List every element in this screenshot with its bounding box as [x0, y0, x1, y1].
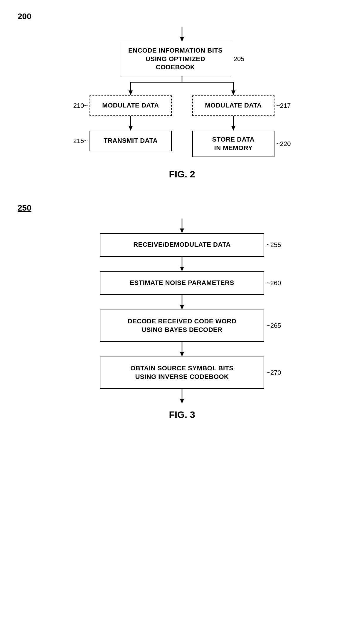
receive-wrapper: RECEIVE/DEMODULATE DATA ~255	[79, 233, 285, 257]
arrow-into-encode	[178, 27, 186, 42]
arrow-decode-to-obtain	[178, 342, 186, 357]
store-label-line2: IN MEMORY	[212, 144, 255, 152]
modulate-right-wrapper: MODULATE DATA ~217	[192, 95, 274, 116]
right-branch: MODULATE DATA ~217 STORE DATA IN MEMORY	[182, 95, 285, 157]
modulate-left-box: MODULATE DATA	[90, 95, 172, 116]
transmit-ref: 215~	[73, 137, 88, 145]
transmit-label: TRANSMIT DATA	[104, 137, 158, 145]
svg-marker-19	[180, 352, 184, 357]
svg-marker-21	[180, 399, 184, 404]
estimate-label: ESTIMATE NOISE PARAMETERS	[130, 279, 234, 287]
svg-marker-7	[231, 90, 235, 95]
decode-wrapper: DECODE RECEIVED CODE WORD USING BAYES DE…	[79, 310, 285, 342]
encode-label-line2: USING OPTIMIZED CODEBOOK	[126, 55, 225, 72]
obtain-ref: ~270	[267, 369, 281, 377]
store-box: STORE DATA IN MEMORY	[192, 131, 274, 157]
receive-label: RECEIVE/DEMODULATE DATA	[133, 241, 231, 249]
fig3-section: 250 RECEIVE/DEMODULATE DATA ~255	[18, 203, 346, 420]
arrow-estimate-to-decode	[178, 295, 186, 310]
left-branch: 210~ MODULATE DATA 215~ TRANSMIT DATA	[79, 95, 182, 151]
decode-box: DECODE RECEIVED CODE WORD USING BAYES DE…	[100, 310, 264, 342]
fig2-section: 200 ENCODE INFORMATION BITS USING OPTIMI…	[18, 12, 346, 180]
estimate-box: ESTIMATE NOISE PARAMETERS	[100, 271, 264, 295]
store-ref: ~220	[276, 140, 291, 148]
arrow-receive-to-estimate	[178, 257, 186, 271]
decode-label-line1: DECODE RECEIVED CODE WORD	[128, 317, 237, 326]
receive-box: RECEIVE/DEMODULATE DATA	[100, 233, 264, 257]
modulate-left-ref: 210~	[73, 102, 88, 110]
encode-label-line1: ENCODE INFORMATION BITS	[126, 46, 225, 55]
encode-ref: 205	[234, 55, 245, 63]
transmit-wrapper: 215~ TRANSMIT DATA	[90, 131, 172, 151]
svg-marker-5	[129, 90, 133, 95]
svg-marker-9	[129, 126, 133, 131]
modulate-right-ref: ~217	[276, 102, 291, 110]
fig2-caption: FIG. 2	[18, 169, 346, 180]
decode-label-line2: USING BAYES DECODER	[128, 326, 237, 334]
store-wrapper: STORE DATA IN MEMORY ~220	[192, 131, 274, 157]
store-label-line1: STORE DATA	[212, 135, 255, 144]
encode-box: ENCODE INFORMATION BITS USING OPTIMIZED …	[120, 42, 231, 76]
receive-ref: ~255	[267, 241, 281, 249]
encode-box-wrapper: ENCODE INFORMATION BITS USING OPTIMIZED …	[18, 42, 346, 76]
estimate-ref: ~260	[267, 279, 281, 287]
arrow-out-bottom	[178, 389, 186, 404]
main-container: 200 ENCODE INFORMATION BITS USING OPTIMI…	[0, 0, 364, 432]
split-arrows-svg	[79, 76, 285, 95]
svg-marker-17	[180, 305, 184, 310]
fig2-diagram-id: 200	[18, 12, 31, 21]
modulate-left-wrapper: 210~ MODULATE DATA	[90, 95, 172, 116]
obtain-label-line1: OBTAIN SOURCE SYMBOL BITS	[130, 364, 233, 373]
arrow-into-receive	[178, 219, 186, 233]
obtain-label-line2: USING INVERSE CODEBOOK	[130, 373, 233, 381]
svg-marker-11	[231, 126, 235, 131]
svg-marker-13	[180, 229, 184, 233]
transmit-box: TRANSMIT DATA	[90, 131, 172, 151]
fig3-diagram-id: 250	[18, 203, 31, 213]
svg-marker-1	[180, 37, 184, 42]
modulate-left-label: MODULATE DATA	[102, 101, 159, 110]
svg-marker-15	[180, 267, 184, 271]
decode-ref: ~265	[267, 322, 281, 330]
arrow-mod-left-down	[126, 116, 135, 131]
fig3-flow: RECEIVE/DEMODULATE DATA ~255 ESTIMATE NO…	[79, 219, 285, 404]
obtain-box: OBTAIN SOURCE SYMBOL BITS USING INVERSE …	[100, 357, 264, 389]
arrow-mod-right-down	[229, 116, 238, 131]
modulate-right-label: MODULATE DATA	[205, 101, 262, 110]
modulate-right-box: MODULATE DATA	[192, 95, 274, 116]
fig3-caption: FIG. 3	[18, 409, 346, 420]
obtain-wrapper: OBTAIN SOURCE SYMBOL BITS USING INVERSE …	[79, 357, 285, 389]
estimate-wrapper: ESTIMATE NOISE PARAMETERS ~260	[79, 271, 285, 295]
